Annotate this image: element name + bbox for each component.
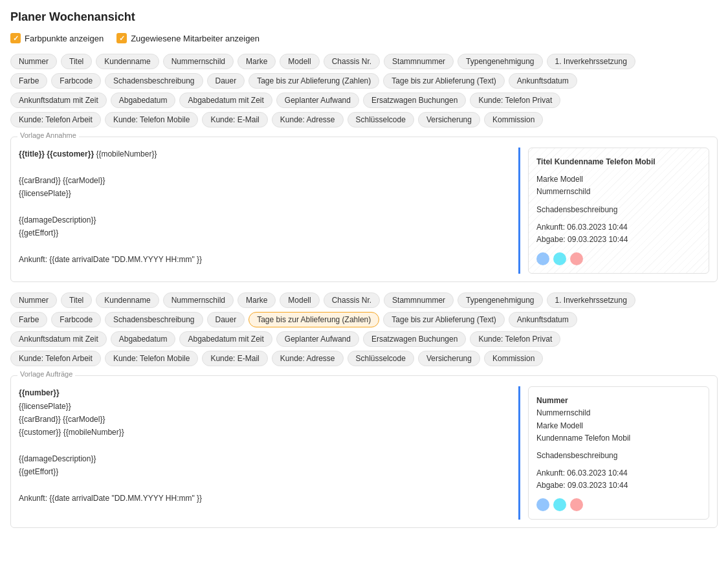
tag-abgabedatum[interactable]: Abgabedatum xyxy=(111,331,176,347)
tag-nummer[interactable]: Nummer xyxy=(10,292,57,308)
preview-spacer xyxy=(536,216,701,221)
tag-kunde--telefon-privat[interactable]: Kunde: Telefon Privat xyxy=(470,93,560,108)
preview-spacer xyxy=(536,199,701,204)
template-line: {{damageDescription}} xyxy=(19,452,511,465)
tag-ankunftsdatum-mit-zeit[interactable]: Ankunftsdatum mit Zeit xyxy=(10,93,107,108)
tag-farbcode[interactable]: Farbcode xyxy=(51,73,101,89)
tag-modell[interactable]: Modell xyxy=(280,54,319,69)
tag-kommission[interactable]: Kommission xyxy=(484,351,543,366)
template-line: Ankunft: {{date arrivalDate "DD.MM.YYYY … xyxy=(19,253,511,266)
tag-abgabedatum-mit-zeit[interactable]: Abgabedatum mit Zeit xyxy=(179,93,272,108)
preview-line: Abgabe: 09.03.2023 10:44 xyxy=(536,479,701,492)
preview-line: Titel Kundenname Telefon Mobil xyxy=(536,156,701,168)
tag-versicherung[interactable]: Versicherung xyxy=(418,351,480,366)
tag-1--inverkehrssetzung[interactable]: 1. Inverkehrssetzung xyxy=(547,54,635,69)
tag-abgabedatum[interactable]: Abgabedatum xyxy=(111,93,176,108)
tag-b-farbcode[interactable]: Farbcode xyxy=(51,312,101,327)
tags-row-1b: NummerTitelKundennameNummernschildMarkeM… xyxy=(10,292,718,308)
preview-dots xyxy=(536,252,701,265)
tag-chassis-nr-[interactable]: Chassis Nr. xyxy=(324,292,380,308)
tag-dauer[interactable]: Dauer xyxy=(207,73,245,89)
tag-b-dauer[interactable]: Dauer xyxy=(207,312,245,327)
preview-line: Abgabe: 09.03.2023 10:44 xyxy=(536,234,701,246)
tag-kunde--e-mail[interactable]: Kunde: E-Mail xyxy=(202,351,267,366)
template-line xyxy=(19,160,511,173)
tag-b-tage-bis-zur-ablieferung--zahlen-[interactable]: Tage bis zur Ablieferung (Zahlen) xyxy=(248,312,379,327)
tag-ankunftsdatum-mit-zeit[interactable]: Ankunftsdatum mit Zeit xyxy=(10,331,107,347)
section-annahme: Vorlage Annahme {{title}} {{customer}} {… xyxy=(10,137,718,282)
tag-kundenname[interactable]: Kundenname xyxy=(96,292,159,308)
tag-titel[interactable]: Titel xyxy=(61,292,92,308)
preview-line: Nummer xyxy=(536,395,701,407)
tag-ankunftsdatum[interactable]: Ankunftsdatum xyxy=(509,73,577,89)
tag-marke[interactable]: Marke xyxy=(237,292,276,308)
tag-stammnummer[interactable]: Stammnummer xyxy=(384,292,454,308)
preview-dots xyxy=(536,498,701,511)
tag-nummernschild[interactable]: Nummernschild xyxy=(163,54,234,69)
tag-kunde--telefon-mobile[interactable]: Kunde: Telefon Mobile xyxy=(105,351,199,366)
template-line: {{damageDescription}} xyxy=(19,214,511,226)
checkbox-farbpunkte-label: Farbpunkte anzeigen xyxy=(25,34,104,43)
preview-line: Marke Modell xyxy=(536,420,701,432)
tag-abgabedatum-mit-zeit[interactable]: Abgabedatum mit Zeit xyxy=(179,331,272,347)
template-line: {{carBrand}} {{carModel}} xyxy=(19,413,511,426)
tag-modell[interactable]: Modell xyxy=(280,292,319,308)
template-annahme-text[interactable]: {{title}} {{customer}} {{mobileNumber}} … xyxy=(19,148,520,274)
tag-kunde--e-mail[interactable]: Kunde: E-Mail xyxy=(202,112,267,127)
tag-tage-bis-zur-ablieferung--text-[interactable]: Tage bis zur Ablieferung (Text) xyxy=(383,73,504,89)
tag-kunde--telefon-privat[interactable]: Kunde: Telefon Privat xyxy=(470,331,560,347)
tag-ersatzwagen-buchungen[interactable]: Ersatzwagen Buchungen xyxy=(363,331,466,347)
tag-ersatzwagen-buchungen[interactable]: Ersatzwagen Buchungen xyxy=(363,93,466,108)
color-dot-red xyxy=(570,498,583,511)
template-line xyxy=(19,439,511,452)
tag-b-schadensbeschreibung[interactable]: Schadensbeschreibung xyxy=(105,312,203,327)
tags-row-2b: FarbeFarbcodeSchadensbeschreibungDauerTa… xyxy=(10,312,718,327)
tag-kunde--adresse[interactable]: Kunde: Adresse xyxy=(272,351,344,366)
tag-nummer[interactable]: Nummer xyxy=(10,54,57,69)
tag-b-ankunftsdatum[interactable]: Ankunftsdatum xyxy=(509,312,577,327)
checkbox-mitarbeiter-label: Zugewiesene Mitarbeiter anzeigen xyxy=(131,34,259,43)
preview-line: Ankunft: 06.03.2023 10:44 xyxy=(536,221,701,234)
tag-geplanter-aufwand[interactable]: Geplanter Aufwand xyxy=(276,93,359,108)
tag-typengenehmigung[interactable]: Typengenehmigung xyxy=(458,54,542,69)
tag-kunde--telefon-arbeit[interactable]: Kunde: Telefon Arbeit xyxy=(10,112,101,127)
template-line xyxy=(19,240,511,253)
tag-tage-bis-zur-ablieferung--zahlen-[interactable]: Tage bis zur Ablieferung (Zahlen) xyxy=(248,73,379,89)
tag-farbe[interactable]: Farbe xyxy=(10,73,47,89)
tag-marke[interactable]: Marke xyxy=(237,54,276,69)
preview-line: Schadensbeschreibung xyxy=(536,204,701,216)
template-line: {{carBrand}} {{carModel}} xyxy=(19,174,511,187)
tag-schl-sselcode[interactable]: Schlüsselcode xyxy=(347,112,414,127)
color-dot-cyan xyxy=(553,498,566,511)
tag-kunde--telefon-arbeit[interactable]: Kunde: Telefon Arbeit xyxy=(10,351,101,366)
preview-line: Kundenname Telefon Mobil xyxy=(536,432,701,445)
tag-nummernschild[interactable]: Nummernschild xyxy=(163,292,234,308)
tag-b-farbe[interactable]: Farbe xyxy=(10,312,47,327)
tag-schl-sselcode[interactable]: Schlüsselcode xyxy=(347,351,414,366)
tags-row-1: NummerTitelKundennameNummernschildMarkeM… xyxy=(10,54,718,69)
tag-b-tage-bis-zur-ablieferung--text-[interactable]: Tage bis zur Ablieferung (Text) xyxy=(383,312,504,327)
tag-kundenname[interactable]: Kundenname xyxy=(96,54,159,69)
checkbox-farbpunkte[interactable]: Farbpunkte anzeigen xyxy=(10,33,104,43)
tag-titel[interactable]: Titel xyxy=(61,54,92,69)
tags-row-3: Ankunftsdatum mit ZeitAbgabedatumAbgabed… xyxy=(10,93,718,108)
tag-schadensbeschreibung[interactable]: Schadensbeschreibung xyxy=(105,73,203,89)
preview-spacer xyxy=(536,168,701,173)
tag-versicherung[interactable]: Versicherung xyxy=(418,112,480,127)
color-dot-blue xyxy=(536,498,549,511)
tag-kunde--telefon-mobile[interactable]: Kunde: Telefon Mobile xyxy=(105,112,199,127)
tag-typengenehmigung[interactable]: Typengenehmigung xyxy=(458,292,542,308)
tag-kommission[interactable]: Kommission xyxy=(484,112,543,127)
color-dot-blue xyxy=(536,252,549,265)
checkbox-mitarbeiter[interactable]: Zugewiesene Mitarbeiter anzeigen xyxy=(116,33,259,43)
checkbox-mitarbeiter-box[interactable] xyxy=(116,33,127,43)
template-line: {{title}} {{customer}} {{mobileNumber}} xyxy=(19,148,511,160)
tag-kunde--adresse[interactable]: Kunde: Adresse xyxy=(272,112,344,127)
tag-geplanter-aufwand[interactable]: Geplanter Aufwand xyxy=(276,331,359,347)
section-auftraege-label: Vorlage Aufträge xyxy=(17,370,75,378)
checkbox-farbpunkte-box[interactable] xyxy=(10,33,21,43)
tag-1--inverkehrssetzung[interactable]: 1. Inverkehrssetzung xyxy=(547,292,635,308)
template-auftraege-text[interactable]: {{number}}{{licensePlate}}{{carBrand}} {… xyxy=(19,386,520,520)
tag-chassis-nr-[interactable]: Chassis Nr. xyxy=(324,54,380,69)
tag-stammnummer[interactable]: Stammnummer xyxy=(384,54,454,69)
